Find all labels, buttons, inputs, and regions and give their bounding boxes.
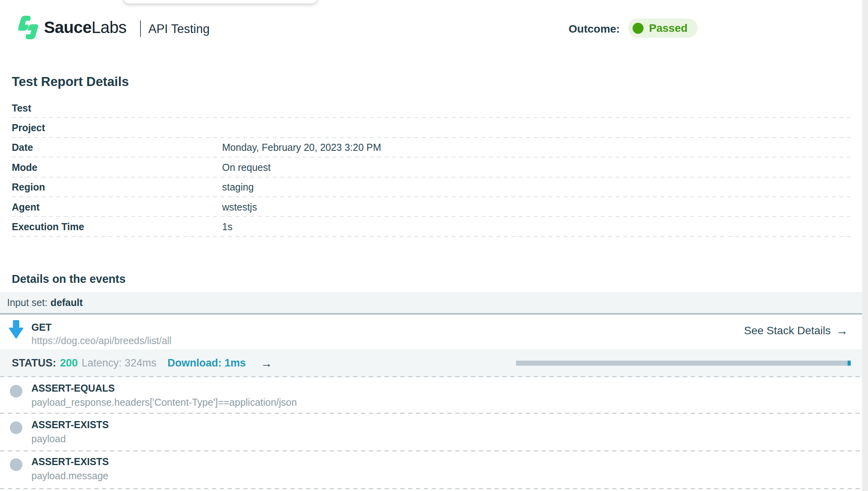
table-row-mode: Mode On request [12, 158, 850, 177]
request-down-arrow-icon[interactable] [9, 320, 24, 339]
header-divider [140, 20, 141, 37]
status-expand-arrow-icon[interactable]: → [261, 357, 272, 370]
row-label: Test [12, 103, 222, 114]
passed-dot-icon [633, 23, 644, 34]
row-value: wstestjs [222, 202, 257, 213]
row-value: staging [222, 181, 254, 193]
row-label: Agent [12, 202, 222, 213]
row-value: 1s [222, 221, 232, 233]
row-label: Execution Time [12, 221, 222, 233]
status-code: 200 [60, 357, 78, 369]
request-url: https://dog.ceo/api/breeds/list/all [31, 335, 171, 346]
see-stack-details-link[interactable]: See Stack Details → [744, 324, 848, 337]
table-row-agent: Agent wstestjs [12, 197, 850, 217]
assertion-row-exists-2: ASSERT-EXISTS payload.message [0, 451, 862, 488]
saucelabs-logo-icon [16, 14, 38, 41]
status-label: STATUS: [12, 357, 56, 369]
assertion-expression: payload_response.headers['Content-Type']… [31, 397, 297, 408]
table-row-project: Project [12, 118, 850, 137]
report-details-table: Test Project Date Monday, February 20, 2… [12, 98, 850, 237]
assertion-status-dot-icon [10, 458, 22, 471]
outcome-label: Outcome: [569, 23, 620, 35]
assertion-expression: payload [31, 433, 66, 445]
events-section-title: Details on the events [12, 273, 126, 286]
assertion-row-equals: ASSERT-EQUALS payload_response.headers['… [0, 378, 862, 413]
outcome-badge: Passed [628, 18, 698, 38]
row-value: On request [222, 162, 271, 173]
table-row-region: Region staging [12, 178, 850, 197]
assertion-type: ASSERT-EQUALS [31, 383, 115, 394]
page-title: Test Report Details [12, 74, 129, 89]
assertion-row-exists-1: ASSERT-EXISTS payload [0, 414, 862, 451]
row-label: Date [12, 142, 222, 153]
request-method: GET [31, 322, 51, 333]
row-label: Region [12, 181, 222, 193]
assertion-status-dot-icon [10, 385, 22, 398]
assertion-type: ASSERT-EXISTS [31, 456, 109, 467]
brand-sauce: Sauce [44, 18, 91, 37]
row-value: Monday, February 20, 2023 3:20 PM [222, 142, 381, 153]
status-download-link[interactable]: Download: 1ms [168, 357, 246, 369]
brand-labs: Labs [91, 18, 126, 37]
assertion-status-dot-icon [10, 421, 22, 434]
vertical-scrollbar-track[interactable] [862, 0, 868, 491]
brand-wordmark: SauceLabs [44, 18, 126, 37]
download-progress-segment [848, 361, 851, 366]
input-set-label: Input set: [7, 297, 47, 308]
row-label: Mode [12, 162, 222, 173]
assertion-expression: payload.message [31, 470, 108, 482]
outcome-value: Passed [649, 22, 687, 35]
assertion-type: ASSERT-EXISTS [31, 419, 109, 431]
table-row-test: Test [12, 98, 850, 118]
product-name: API Testing [148, 22, 210, 36]
status-latency: Latency: 324ms [82, 357, 157, 369]
truncated-tooltip-box [123, 0, 318, 4]
row-label: Project [12, 122, 222, 134]
row-separator [0, 488, 862, 489]
request-event-row: GET https://dog.ceo/api/breeds/list/all … [0, 315, 862, 349]
table-row-execution-time: Execution Time 1s [12, 217, 850, 236]
latency-progress-bar [516, 361, 851, 366]
right-arrow-icon: → [836, 324, 848, 337]
input-set-bar: Input set: default [0, 292, 862, 313]
see-stack-details-label: See Stack Details [744, 324, 831, 337]
input-set-value: default [51, 297, 83, 308]
table-row-date: Date Monday, February 20, 2023 3:20 PM [12, 138, 850, 158]
